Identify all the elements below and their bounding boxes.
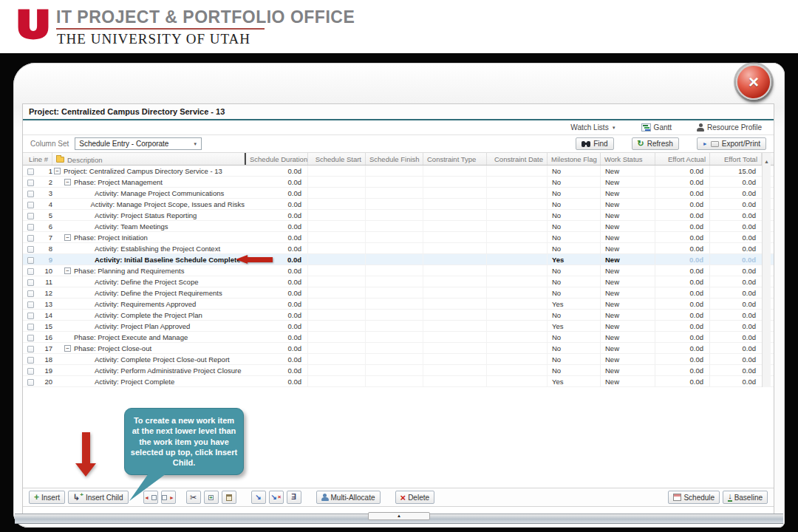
export-print-button[interactable]: ► Export/Print	[697, 137, 766, 150]
refresh-button[interactable]: ↻ Refresh	[632, 137, 679, 150]
cell-schedule-duration: 0.0d	[245, 287, 308, 298]
header-work-status[interactable]: Work Status	[601, 153, 655, 165]
paste-special-button[interactable]	[204, 491, 219, 504]
baseline-button[interactable]: ↓ Baseline	[723, 491, 768, 504]
resource-profile-link[interactable]: Resource Profile	[697, 123, 762, 132]
collapse-icon[interactable]: −	[64, 179, 71, 185]
table-row[interactable]: 14 −Activity: Complete the Project Plan …	[23, 310, 774, 321]
row-checkbox[interactable]	[27, 290, 34, 297]
cell-effort-total: 0.0d	[710, 287, 762, 298]
red-arrow-selected-row	[236, 255, 245, 264]
row-line-number: 5	[39, 210, 52, 220]
column-set-select[interactable]: Schedule Entry - Corporate ▼	[75, 137, 202, 150]
cell-schedule-duration: 0.0d	[245, 365, 308, 375]
table-row[interactable]: 10 −Phase: Planning and Requirements 0.0…	[23, 265, 774, 276]
bottom-splitter[interactable]: ▲	[15, 514, 783, 524]
row-checkbox-cell	[23, 199, 39, 209]
collapse-icon[interactable]: −	[64, 345, 71, 352]
row-checkbox[interactable]	[27, 235, 34, 242]
collapse-icon[interactable]: −	[64, 267, 71, 274]
row-checkbox-cell	[23, 354, 39, 364]
row-checkbox[interactable]	[27, 224, 34, 231]
header-description[interactable]: Description	[52, 153, 245, 165]
row-checkbox[interactable]	[27, 268, 34, 275]
row-checkbox[interactable]	[27, 246, 34, 253]
cell-schedule-finish	[366, 243, 423, 253]
schedule-button[interactable]: Schedule	[668, 491, 720, 504]
header-constraint-type[interactable]: Constraint Type	[423, 153, 487, 165]
cell-work-status: New	[601, 199, 655, 209]
row-checkbox[interactable]	[27, 213, 34, 219]
expand-panel-tab[interactable]: ▲	[368, 512, 430, 520]
header-effort-total[interactable]: Effort Total	[710, 153, 762, 165]
table-row[interactable]: 17 −Phase: Project Close-out 0.0d No New…	[23, 343, 774, 354]
cell-schedule-start	[308, 299, 366, 309]
cell-effort-total: 0.0d	[710, 321, 762, 331]
row-checkbox[interactable]	[27, 180, 34, 186]
row-checkbox[interactable]	[27, 346, 34, 352]
gantt-link[interactable]: Gantt	[641, 123, 672, 132]
insert-child-button[interactable]: ↳ + Insert Child	[68, 491, 128, 504]
table-row[interactable]: 6 −Activity: Team Meetings 0.0d No New 0…	[23, 221, 774, 232]
row-checkbox[interactable]	[27, 257, 34, 264]
table-row[interactable]: 2 −Phase: Project Management 0.0d No New…	[23, 177, 774, 188]
cell-milestone-flag: No	[548, 332, 601, 342]
cell-schedule-finish	[366, 321, 423, 331]
header-constraint-date[interactable]: Constraint Date	[487, 153, 548, 165]
table-row[interactable]: 13 −Activity: Requirements Approved 0.0d…	[23, 299, 774, 310]
row-checkbox[interactable]	[27, 191, 34, 197]
table-row[interactable]: 4 −Activity: Manage Project Scope, Issue…	[23, 199, 774, 210]
row-checkbox[interactable]	[27, 279, 34, 286]
table-row[interactable]: 16 −Phase: Project Execute and Manage 0.…	[23, 332, 774, 343]
table-row[interactable]: 3 −Activity: Manage Project Communicatio…	[23, 188, 774, 199]
insert-button[interactable]: + Insert	[29, 491, 65, 504]
row-checkbox[interactable]	[27, 313, 34, 319]
row-checkbox[interactable]	[27, 357, 34, 364]
header-milestone-flag[interactable]: Milestone Flag	[548, 153, 601, 165]
table-row[interactable]: 19 −Activity: Perform Administrative Pro…	[23, 365, 774, 376]
cell-effort-total: 0.0d	[710, 254, 762, 265]
row-checkbox[interactable]	[27, 301, 34, 308]
multi-allocate-button[interactable]: Multi-Allocate	[316, 491, 381, 504]
unlink-button[interactable]: ↘×	[269, 491, 284, 504]
vertical-scrollbar[interactable]: ▲	[762, 153, 771, 387]
paste-button[interactable]	[222, 491, 236, 504]
watch-lists-menu[interactable]: Watch Lists ▼	[570, 123, 615, 132]
row-line-number: 13	[39, 299, 52, 309]
table-row[interactable]: 12 −Activity: Define the Project Require…	[23, 287, 774, 299]
row-checkbox[interactable]	[27, 335, 34, 341]
header-schedule-finish[interactable]: Schedule Finish	[366, 153, 423, 165]
header-schedule-duration[interactable]: Schedule Duration	[245, 153, 308, 165]
collapse-icon[interactable]: −	[64, 234, 71, 241]
table-row[interactable]: 20 −Activity: Project Complete 0.0d Yes …	[23, 376, 774, 387]
table-row[interactable]: 1 −Project: Centralized Campus Directory…	[23, 166, 774, 177]
row-description: −Activity: Complete the Project Plan	[52, 310, 245, 320]
header-schedule-start[interactable]: Schedule Start	[308, 153, 366, 165]
cell-effort-total: 0.0d	[710, 265, 762, 276]
close-button[interactable]: ×	[736, 64, 771, 100]
table-row[interactable]: 11 −Activity: Define the Project Scope 0…	[23, 276, 774, 287]
header-line-number[interactable]: Line #	[23, 153, 52, 165]
header-effort-actual[interactable]: Effort Actual	[655, 153, 710, 165]
cell-work-status: New	[601, 354, 655, 364]
row-checkbox[interactable]	[27, 202, 34, 208]
hierarchy-button[interactable]: Ǝ	[287, 491, 301, 504]
table-row[interactable]: 5 −Activity: Project Status Reporting 0.…	[23, 210, 774, 221]
cell-schedule-finish	[366, 287, 423, 298]
row-checkbox[interactable]	[27, 324, 34, 330]
table-row[interactable]: 7 −Phase: Project Initiation 0.0d No New…	[23, 232, 774, 243]
row-checkbox[interactable]	[27, 368, 34, 375]
row-checkbox[interactable]	[27, 379, 34, 386]
collapse-icon[interactable]: −	[54, 168, 61, 174]
find-button[interactable]: Find	[576, 137, 613, 150]
table-row[interactable]: 8 −Activity: Establishing the Project Co…	[23, 243, 774, 254]
delete-button[interactable]: × Delete	[395, 491, 435, 504]
table-row[interactable]: 9 −Activity: Initial Baseline Schedule C…	[23, 254, 774, 265]
cell-schedule-finish	[366, 299, 423, 309]
link-button[interactable]: ↘	[251, 491, 266, 504]
table-row[interactable]: 18 −Activity: Complete Project Close-out…	[23, 354, 774, 365]
cell-schedule-finish	[366, 343, 423, 353]
row-checkbox[interactable]	[27, 168, 34, 175]
cut-button[interactable]: ✂	[186, 491, 201, 504]
table-row[interactable]: 15 −Activity: Project Plan Approved 0.0d…	[23, 321, 774, 332]
